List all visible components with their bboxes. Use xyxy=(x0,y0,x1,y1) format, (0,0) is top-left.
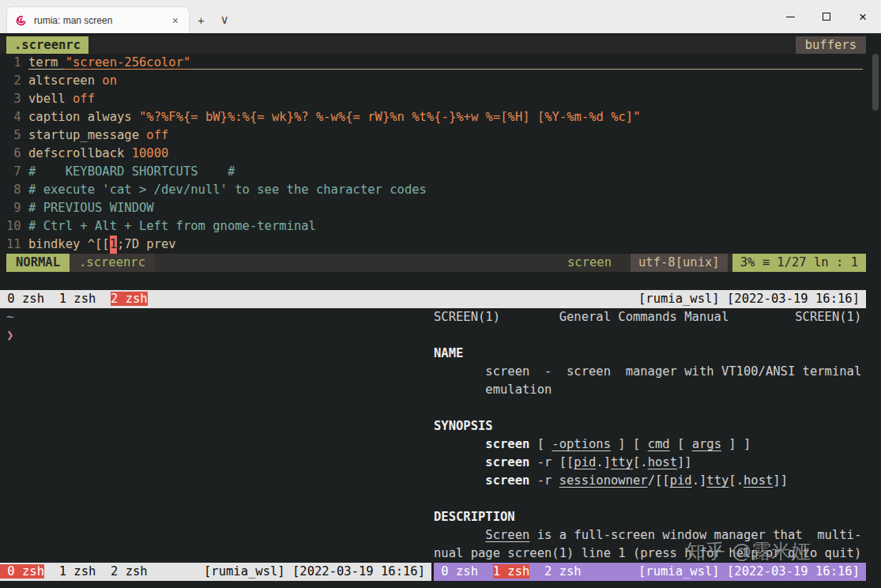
minimize-icon xyxy=(786,17,795,17)
vim-line: 8# execute 'cat > /dev/null' to see the … xyxy=(0,181,866,199)
tab-dropdown-button[interactable]: ∨ xyxy=(213,6,237,33)
line-number: 4 xyxy=(6,108,21,126)
window-list[interactable]: 0 zsh 1 zsh 2 zsh xyxy=(0,563,148,581)
terminal-window: rumia: man screen × + ∨ × .screenrc buff… xyxy=(0,0,881,588)
tab-close-icon[interactable]: × xyxy=(168,14,183,27)
scrollbar-thumb[interactable] xyxy=(872,54,879,111)
statusline-filetype: screen xyxy=(559,254,619,272)
close-icon: × xyxy=(859,10,867,24)
terminal-line: nual page screen(1) line 1 (press h for … xyxy=(434,545,866,563)
minimize-button[interactable] xyxy=(772,0,808,33)
line-number: 6 xyxy=(6,145,21,163)
vim-buffers-label: buffers xyxy=(796,36,866,54)
left-pane[interactable]: ~❯ xyxy=(0,308,431,563)
terminal-line: DESCRIPTION xyxy=(434,508,866,526)
terminal-tab[interactable]: rumia: man screen × xyxy=(6,6,190,33)
vim-buffer[interactable]: 1term "screen-256color" 2altscreen on 3v… xyxy=(0,54,866,254)
vim-line: 5startup_message off xyxy=(0,126,866,145)
statusline-position: 3% ≡ 1/27 ln : 1 xyxy=(732,254,866,272)
vim-line: 2altscreen on xyxy=(0,72,866,90)
linux-distro-icon xyxy=(15,14,28,27)
terminal-line: NAME xyxy=(434,345,866,363)
vim-tabline: .screenrc buffers xyxy=(0,36,866,54)
terminal-line: Screen is a full-screen window manager t… xyxy=(434,526,866,545)
terminal-line: ❯ xyxy=(0,326,431,345)
terminal-line: SYNOPSIS xyxy=(434,417,866,435)
terminal-line: screen -r sessionowner/[[pid.]tty[.host]… xyxy=(434,472,866,490)
line-number: 7 xyxy=(6,163,21,181)
vim-line: 4caption always "%?%F%{= bW}%:%{= wk}%? … xyxy=(0,108,866,126)
vim-line: 7# KEYBOARD SHORTCUTS # xyxy=(0,163,866,181)
scrollbar[interactable] xyxy=(870,33,881,588)
window-list[interactable]: 0 zsh 1 zsh 2 zsh xyxy=(0,290,148,308)
terminal-line: ~ xyxy=(0,308,431,326)
line-number: 5 xyxy=(6,126,21,145)
titlebar: rumia: man screen × + ∨ × xyxy=(0,0,881,33)
statusline-filename: .screenrc xyxy=(70,254,155,272)
terminal-line xyxy=(434,399,866,417)
vim-statusline: NORMAL .screenrc screen utf-8[unix] 3% ≡… xyxy=(6,254,866,272)
tab-title: rumia: man screen xyxy=(34,15,168,26)
vim-line: 6defscrollback 10000 xyxy=(0,145,866,163)
caption-bottom-left: 0 zsh 1 zsh 2 zsh[rumia_wsl] [2022-03-19… xyxy=(0,563,431,581)
terminal-content: .screenrc buffers 1term "screen-256color… xyxy=(0,33,881,588)
window-list[interactable]: 0 zsh 1 zsh 2 zsh xyxy=(434,563,582,581)
vim-line: 11bindkey ^[[1;7D prev xyxy=(0,236,866,254)
maximize-icon xyxy=(823,13,830,21)
vim-line: 3vbell off xyxy=(0,90,866,108)
vim-mode-indicator: NORMAL xyxy=(6,254,70,272)
terminal-line: emulation xyxy=(434,381,866,399)
caption-top: 0 zsh 1 zsh 2 zsh[rumia_wsl] [2022-03-19… xyxy=(0,290,866,308)
terminal-line xyxy=(434,326,866,345)
host-datetime: [rumia_wsl] [2022-03-19 16:16] xyxy=(204,563,431,581)
terminal-line: screen -r [[pid.]tty[.host]] xyxy=(434,454,866,472)
vim-cmdline xyxy=(0,272,866,290)
close-button[interactable]: × xyxy=(845,0,881,33)
new-tab-button[interactable]: + xyxy=(190,6,213,33)
statusline-fill xyxy=(155,254,559,272)
terminal-line: screen [ -options ] [ cmd [ args ] ] xyxy=(434,435,866,454)
vim-line: 9# PREVIOUS WINDOW xyxy=(0,199,866,217)
right-pane[interactable]: SCREEN(1) General Commands Manual SCREEN… xyxy=(434,308,866,563)
line-number: 10 xyxy=(6,217,21,236)
tabline-fill xyxy=(88,36,796,54)
terminal-line xyxy=(434,490,866,508)
host-datetime: [rumia_wsl] [2022-03-19 16:16] xyxy=(638,290,866,308)
line-number: 9 xyxy=(6,199,21,217)
bottom-captions: 0 zsh 1 zsh 2 zsh[rumia_wsl] [2022-03-19… xyxy=(0,563,866,581)
line-number: 11 xyxy=(6,236,21,254)
statusline-encoding: utf-8[unix] xyxy=(631,254,728,272)
line-number: 2 xyxy=(6,72,21,90)
vim-line: 1term "screen-256color" xyxy=(0,54,866,72)
line-number: 8 xyxy=(6,181,21,199)
terminal-line: SCREEN(1) General Commands Manual SCREEN… xyxy=(434,308,866,326)
caption-bottom-right: 0 zsh 1 zsh 2 zsh[rumia_wsl] [2022-03-19… xyxy=(434,563,866,581)
window-controls: × xyxy=(772,0,881,33)
line-number: 3 xyxy=(6,90,21,108)
screen-split: ~❯ SCREEN(1) General Commands Manual SCR… xyxy=(0,308,866,563)
terminal-line: screen - screen manager with VT100/ANSI … xyxy=(434,363,866,381)
host-datetime: [rumia_wsl] [2022-03-19 16:16] xyxy=(638,563,866,581)
maximize-button[interactable] xyxy=(808,0,845,33)
vim-buffer-tab[interactable]: .screenrc xyxy=(6,36,88,54)
vim-line: 10# Ctrl + Alt + Left from gnome-termina… xyxy=(0,217,866,236)
line-number: 1 xyxy=(6,54,21,72)
